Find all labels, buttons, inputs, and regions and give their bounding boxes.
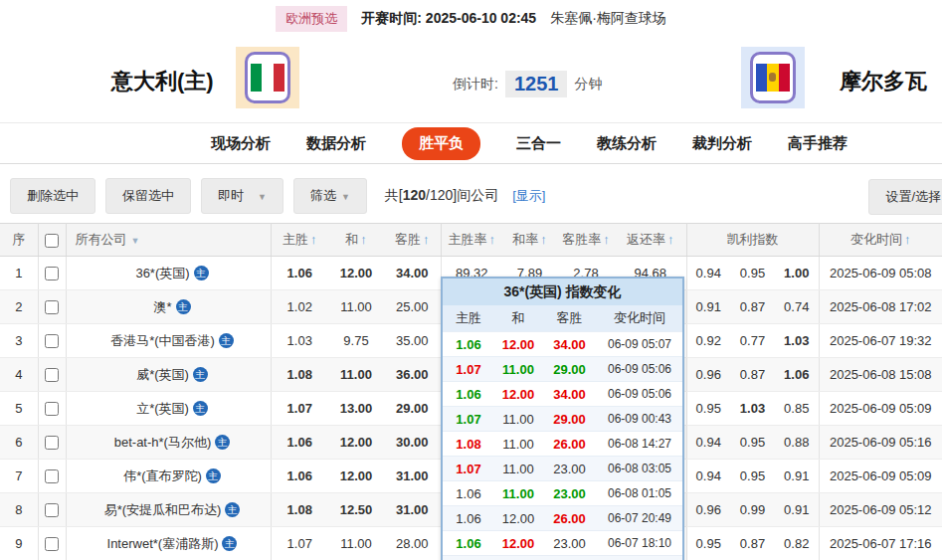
company-name[interactable]: 香港马*(中国香港)主 xyxy=(66,324,271,358)
row-checkbox[interactable] xyxy=(45,436,59,450)
row-checkbox[interactable] xyxy=(45,503,59,517)
odds-cell[interactable]: 29.00 xyxy=(384,392,441,426)
odds-cell[interactable]: 30.00 xyxy=(384,426,441,460)
row-checkbox[interactable] xyxy=(45,537,59,551)
tab-live-analysis[interactable]: 现场分析 xyxy=(211,134,271,153)
odds-cell[interactable]: 13.00 xyxy=(328,392,384,426)
row-checkbox[interactable] xyxy=(45,368,59,382)
company-name[interactable]: bet-at-h*(马尔他)主 xyxy=(66,426,271,460)
row-checkbox-cell[interactable] xyxy=(38,527,66,560)
header-checkbox-cell[interactable] xyxy=(38,224,66,257)
row-checkbox-cell[interactable] xyxy=(38,290,66,324)
popup-odds-cell: 11.00 xyxy=(494,481,542,506)
popup-row: 1.0811.0026.0006-08 14:27 xyxy=(443,432,682,457)
odds-cell[interactable]: 1.08 xyxy=(271,493,328,527)
popup-time-cell: 06-09 05:07 xyxy=(597,332,682,357)
company-name[interactable]: 立*(英国)主 xyxy=(66,392,271,426)
home-company-badge-icon: 主 xyxy=(176,299,191,314)
odds-cell[interactable]: 12.50 xyxy=(328,493,384,527)
tab-coach-analysis[interactable]: 教练分析 xyxy=(597,134,657,153)
row-checkbox-cell[interactable] xyxy=(38,460,66,493)
tab-data-analysis[interactable]: 数据分析 xyxy=(306,134,366,153)
odds-cell[interactable]: 12.00 xyxy=(328,257,384,290)
home-company-badge-icon: 主 xyxy=(193,367,208,382)
header-company[interactable]: 所有公司▼ xyxy=(66,224,271,257)
row-checkbox[interactable] xyxy=(45,334,59,348)
header-draw-odds[interactable]: 和↑ xyxy=(328,224,384,257)
show-link[interactable]: [显示] xyxy=(512,187,545,205)
popup-time-cell: 06-07 16:35(初指) xyxy=(597,556,682,560)
odds-cell[interactable]: 9.75 xyxy=(328,324,384,358)
kelly-cell: 0.95 xyxy=(730,257,775,290)
kelly-cell: 1.00 xyxy=(775,257,819,290)
odds-cell[interactable]: 1.06 xyxy=(271,426,328,460)
odds-cell[interactable]: 36.00 xyxy=(384,358,441,392)
time-filter-dropdown[interactable]: 即时▼ xyxy=(201,178,283,214)
popup-odds-cell: 26.00 xyxy=(542,506,597,531)
kelly-cell: 0.91 xyxy=(775,460,819,493)
odds-cell[interactable]: 1.06 xyxy=(271,460,328,493)
odds-cell[interactable]: 12.00 xyxy=(328,460,384,493)
company-name[interactable]: 威*(英国)主 xyxy=(66,358,271,392)
odds-cell[interactable]: 34.00 xyxy=(384,257,441,290)
popup-title: 36*(英国) 指数变化 xyxy=(443,279,682,305)
row-checkbox-cell[interactable] xyxy=(38,324,66,358)
header-away-odds[interactable]: 客胜↑ xyxy=(384,224,441,257)
popup-row: 1.0711.0023.0006-08 03:05 xyxy=(443,457,682,481)
row-checkbox-cell[interactable] xyxy=(38,493,66,527)
header-away-rate[interactable]: 客胜率↑ xyxy=(557,224,615,257)
tab-three-in-one[interactable]: 三合一 xyxy=(516,134,561,153)
odds-cell[interactable]: 12.00 xyxy=(328,426,384,460)
odds-cell[interactable]: 1.08 xyxy=(271,358,328,392)
odds-cell[interactable]: 31.00 xyxy=(384,460,441,493)
row-checkbox[interactable] xyxy=(45,300,59,314)
odds-cell[interactable]: 1.03 xyxy=(271,324,328,358)
odds-cell[interactable]: 11.00 xyxy=(328,290,384,324)
row-checkbox-cell[interactable] xyxy=(38,358,66,392)
header-home-odds[interactable]: 主胜↑ xyxy=(271,224,328,257)
odds-cell[interactable]: 11.00 xyxy=(328,358,384,392)
company-name[interactable]: 澳*主 xyxy=(66,290,271,324)
keep-selected-button[interactable]: 保留选中 xyxy=(105,178,191,214)
company-name[interactable]: Interwet*(塞浦路斯)主 xyxy=(66,527,271,560)
header-return-rate[interactable]: 返还率↑ xyxy=(615,224,686,257)
popup-odds-cell: 12.00 xyxy=(494,332,542,357)
row-checkbox-cell[interactable] xyxy=(38,257,66,290)
tab-referee-analysis[interactable]: 裁判分析 xyxy=(692,134,752,153)
header-change-time[interactable]: 变化时间↑ xyxy=(819,224,942,257)
odds-cell[interactable]: 1.06 xyxy=(271,257,328,290)
popup-odds-cell: 1.07 xyxy=(443,407,494,432)
select-all-checkbox[interactable] xyxy=(45,234,59,248)
odds-cell[interactable]: 35.00 xyxy=(384,324,441,358)
sort-asc-icon: ↑ xyxy=(310,232,317,247)
popup-row: 1.0612.0034.0006-09 05:06 xyxy=(443,382,682,407)
home-team-flag xyxy=(236,47,299,108)
company-name[interactable]: 伟*(直布罗陀)主 xyxy=(66,460,271,493)
kelly-cell: 0.91 xyxy=(686,290,730,324)
odds-cell[interactable]: 25.00 xyxy=(384,290,441,324)
tab-expert-recommend[interactable]: 高手推荐 xyxy=(788,134,848,153)
row-checkbox[interactable] xyxy=(45,469,59,483)
row-checkbox-cell[interactable] xyxy=(38,426,66,460)
row-checkbox[interactable] xyxy=(45,267,59,280)
kickoff-time: 开赛时间:2025-06-10 02:45 xyxy=(361,10,536,28)
company-name[interactable]: 36*(英国)主 xyxy=(66,257,271,290)
delete-selected-button[interactable]: 删除选中 xyxy=(10,178,95,214)
header-home-rate[interactable]: 主胜率↑ xyxy=(441,224,502,257)
filter-dropdown[interactable]: 筛选▼ xyxy=(293,178,367,214)
settings-button[interactable]: 设置/选择 xyxy=(868,179,942,215)
odds-cell[interactable]: 1.07 xyxy=(271,392,328,426)
company-name[interactable]: 易*(安提瓜和巴布达)主 xyxy=(66,493,271,527)
header-draw-rate[interactable]: 和率↑ xyxy=(502,224,557,257)
odds-cell[interactable]: 28.00 xyxy=(384,527,441,560)
odds-cell[interactable]: 11.00 xyxy=(328,527,384,560)
odds-cell[interactable]: 31.00 xyxy=(384,493,441,527)
home-company-badge-icon: 主 xyxy=(219,333,234,348)
row-checkbox[interactable] xyxy=(45,402,59,416)
odds-cell[interactable]: 1.02 xyxy=(271,290,328,324)
header-seq: 序 xyxy=(0,224,38,257)
row-checkbox-cell[interactable] xyxy=(38,392,66,426)
odds-cell[interactable]: 1.07 xyxy=(271,527,328,560)
tab-win-draw-lose[interactable]: 胜平负 xyxy=(402,127,480,160)
away-team-name: 摩尔多瓦 xyxy=(840,67,927,96)
